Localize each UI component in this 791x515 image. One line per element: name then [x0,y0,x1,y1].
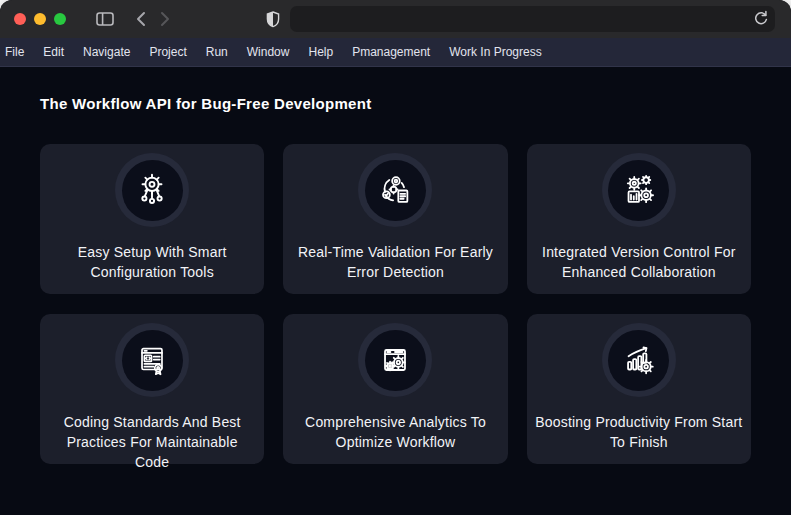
back-icon[interactable] [136,11,146,27]
menu-item-run[interactable]: Run [206,45,228,59]
feature-card-title: Integrated Version Control For Enhanced … [535,242,743,282]
icon-halo [602,323,676,397]
nav-arrows [136,11,170,27]
menu-bar: FileEditNavigateProjectRunWindowHelpPman… [0,38,791,67]
feature-card-validation: Real-Time Validation For Early Error Det… [283,144,507,294]
menu-item-pmanagement[interactable]: Pmanagement [352,45,430,59]
icon-halo [358,153,432,227]
feature-card-title: Real-Time Validation For Early Error Det… [291,242,499,282]
zoom-window-button[interactable] [54,13,66,25]
address-bar[interactable] [290,6,775,32]
icon-halo [115,153,189,227]
feature-card-coding-standards: Coding Standards And Best Practices For … [40,314,264,464]
icon-circle [122,160,183,221]
minimize-window-button[interactable] [34,13,46,25]
menu-item-navigate[interactable]: Navigate [83,45,130,59]
menu-item-project[interactable]: Project [149,45,186,59]
code-certificate-icon [133,341,171,379]
feature-card-version-control: Integrated Version Control For Enhanced … [527,144,751,294]
menu-item-help[interactable]: Help [308,45,333,59]
traffic-lights [14,13,66,25]
icon-circle [122,330,183,391]
gear-network-icon [133,171,171,209]
growth-chart-gear-icon [620,341,658,379]
icon-halo [358,323,432,397]
address-input[interactable] [298,12,767,26]
menu-item-edit[interactable]: Edit [43,45,64,59]
feature-card-title: Easy Setup With Smart Configuration Tool… [48,242,256,282]
privacy-shield-icon[interactable] [266,11,280,28]
sync-validation-icon [376,171,414,209]
close-window-button[interactable] [14,13,26,25]
forward-icon[interactable] [160,11,170,27]
icon-halo [602,153,676,227]
browser-window: FileEditNavigateProjectRunWindowHelpPman… [0,0,791,515]
gears-code-chart-icon [620,171,658,209]
menu-item-file[interactable]: File [5,45,24,59]
icon-circle [608,330,669,391]
feature-card-productivity: Boosting Productivity From Start To Fini… [527,314,751,464]
menu-item-window[interactable]: Window [247,45,290,59]
feature-card-title: Coding Standards And Best Practices For … [48,412,256,472]
icon-circle [608,160,669,221]
menu-item-work-in-progress[interactable]: Work In Progress [449,45,541,59]
feature-card-easy-setup: Easy Setup With Smart Configuration Tool… [40,144,264,294]
page-title: The Workflow API for Bug-Free Developmen… [40,95,751,112]
icon-halo [115,323,189,397]
feature-card-title: Comprehensive Analytics To Optimize Work… [291,412,499,452]
feature-card-analytics: Comprehensive Analytics To Optimize Work… [283,314,507,464]
page-content: The Workflow API for Bug-Free Developmen… [0,67,791,515]
icon-circle [365,330,426,391]
title-bar [0,0,791,38]
feature-card-title: Boosting Productivity From Start To Fini… [535,412,743,452]
browser-gears-icon [376,341,414,379]
icon-circle [365,160,426,221]
feature-card-grid: Easy Setup With Smart Configuration Tool… [40,144,751,464]
refresh-icon[interactable] [753,10,769,27]
sidebar-toggle-icon[interactable] [96,12,114,26]
